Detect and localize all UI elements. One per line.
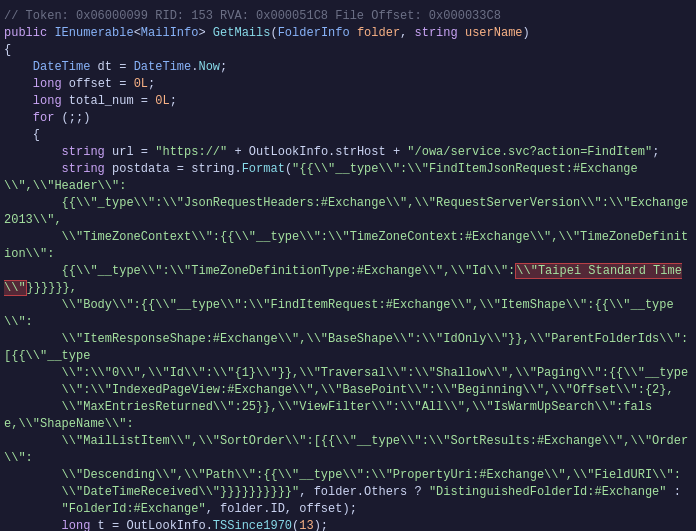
code-line-signature: public IEnumerable<MailInfo> GetMails(Fo… xyxy=(4,25,692,42)
code-viewer: // Token: 0x06000099 RID: 153 RVA: 0x000… xyxy=(0,0,696,531)
code-line-postdata13: "FolderId:#Exchange", folder.ID, offset)… xyxy=(4,501,692,518)
code-line-dt: DateTime dt = DateTime.Now; xyxy=(4,59,692,76)
code-line-postdata5: \\"Body\\":{{\\"__type\\":\\"FindItemReq… xyxy=(4,297,692,331)
code-line-postdata1: string postdata = string.Format("{{\\"__… xyxy=(4,161,692,195)
code-line-for: for (;;) xyxy=(4,110,692,127)
code-line-postdata11: \\"Descending\\",\\"Path\\":{{\\"__type\… xyxy=(4,467,692,484)
code-line-postdata12: \\"DateTimeReceived\\"}}}}}}}}}}", folde… xyxy=(4,484,692,501)
code-line-brace: { xyxy=(4,42,692,59)
code-line-brace2: { xyxy=(4,127,692,144)
code-line-offset: long offset = 0L; xyxy=(4,76,692,93)
code-line-postdata6: \\"ItemResponseShape:#Exchange\\",\\"Bas… xyxy=(4,331,692,365)
code-line-url: string url = "https://" + OutLookInfo.st… xyxy=(4,144,692,161)
code-line-postdata2: {{\\"_type\\":\\"JsonRequestHeaders:#Exc… xyxy=(4,195,692,229)
code-line-postdata10: \\"MailListItem\\",\\"SortOrder\\":[{{\\… xyxy=(4,433,692,467)
code-line-postdata8: \\":\\"IndexedPageView:#Exchange\\",\\"B… xyxy=(4,382,692,399)
code-line-taipei: {{\\"__type\\":\\"TimeZoneDefinitionType… xyxy=(4,263,692,297)
code-line-comment: // Token: 0x06000099 RID: 153 RVA: 0x000… xyxy=(4,8,692,25)
code-line-totalnum: long total_num = 0L; xyxy=(4,93,692,110)
code-line-postdata9: \\"MaxEntriesReturned\\":25}},\\"ViewFil… xyxy=(4,399,692,433)
code-line-tssince: long t = OutLookInfo.TSSince1970(13); xyxy=(4,518,692,531)
code-line-postdata7: \\":\\"0\\",\\"Id\\":\\"{1}\\"}},\\"Trav… xyxy=(4,365,692,382)
code-line-postdata3: \\"TimeZoneContext\\":{{\\"__type\\":\\"… xyxy=(4,229,692,263)
